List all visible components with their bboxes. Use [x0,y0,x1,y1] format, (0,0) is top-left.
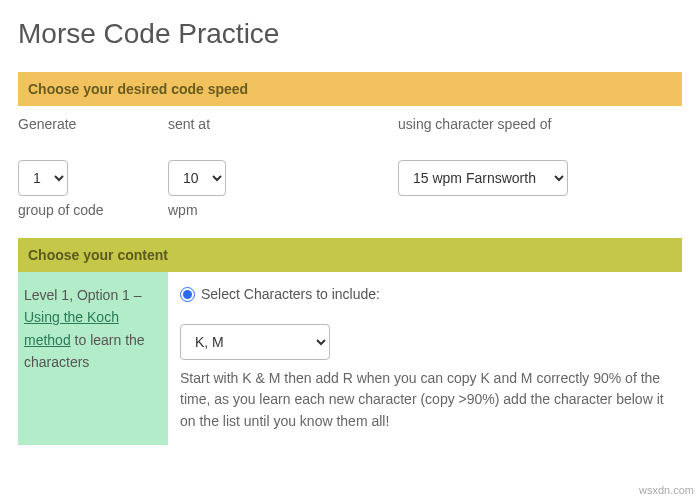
content-section-header: Choose your content [18,238,682,272]
characters-select[interactable]: K, M [180,324,330,360]
koch-description: Start with K & M then add R when you can… [180,368,676,433]
group-count-select[interactable]: 1 [18,160,68,196]
level-option-prefix: Level 1, Option 1 – [24,287,142,303]
charspeed-select[interactable]: 15 wpm Farnsworth [398,160,568,196]
character-select-panel: Select Characters to include: K, M Start… [168,272,682,445]
koch-method-panel: Level 1, Option 1 – Using the Koch metho… [18,272,168,445]
group-sub-label: group of code [18,202,168,218]
wpm-select[interactable]: 10 [168,160,226,196]
select-characters-label: Select Characters to include: [201,284,380,306]
charspeed-label: using character speed of [398,116,682,132]
page-title: Morse Code Practice [18,18,682,50]
wpm-sub-label: wpm [168,202,398,218]
speed-section-header: Choose your desired code speed [18,72,682,106]
generate-label: Generate [18,116,168,132]
content-row: Level 1, Option 1 – Using the Koch metho… [18,272,682,445]
speed-row: Generate 1 group of code sent at 10 wpm … [18,106,682,238]
sent-at-label: sent at [168,116,398,132]
select-characters-radio[interactable] [180,287,195,302]
